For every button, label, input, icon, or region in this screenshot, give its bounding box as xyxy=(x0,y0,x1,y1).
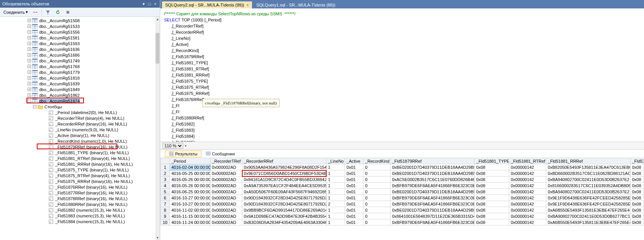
grid-cell[interactable]: 0xBFB979DE6F8AEA5F41866FB6E323C0E6 xyxy=(390,219,475,225)
grid-cell[interactable]: 0x01 xyxy=(345,189,363,195)
expand-icon[interactable]: + xyxy=(28,59,31,62)
table-row[interactable]: 44016-05-26 00:00:000x000002AD0xA9A73539… xyxy=(161,183,644,189)
tree-column-node[interactable]: _Active (binary(1), Не NULL) xyxy=(0,132,155,138)
grid-cell[interactable]: 0x00000142 xyxy=(509,176,546,183)
grid-cell[interactable]: 0x01 xyxy=(345,207,363,213)
grid-cell[interactable]: 0 xyxy=(363,183,390,189)
grid-cell[interactable]: 0xAC5E0002B3517C6C11E0760DD826B467 xyxy=(390,176,475,183)
tree-column-node[interactable]: _Fld51875_RRRef (binary(16), Не NULL) xyxy=(0,178,155,184)
grid-cell[interactable]: 0x000002AD xyxy=(210,176,242,183)
results-grid[interactable]: _Period_RecorderTRef_RecorderRRef_LineNo… xyxy=(160,158,644,225)
grid-cell[interactable]: 3 xyxy=(161,176,170,183)
grid-cell[interactable]: 1 xyxy=(326,195,345,201)
grid-cell[interactable]: 1 xyxy=(326,170,345,176)
scroll-down-icon[interactable]: ▼ xyxy=(155,235,160,240)
grid-cell[interactable]: 4016-10-27 00:00:00 xyxy=(170,195,210,201)
grid-cell[interactable]: 0x9A1D098EC47ADD9B47E30F42B4B3554D4 xyxy=(242,213,327,219)
expand-icon[interactable]: + xyxy=(28,65,31,68)
grid-cell[interactable]: 0x08 xyxy=(475,213,509,219)
grid-cell[interactable]: 0xBA90802700C02411E0D53D0B6277BC1 xyxy=(546,213,631,219)
grid-cell[interactable]: 0xBFB979DE6F8AEA5F41866FB6E323C0E6 xyxy=(390,183,475,189)
tree-column-node[interactable]: _Fld51882 (numeric(15,3), Не NULL) xyxy=(0,207,155,213)
tree-column-node[interactable]: _Fld51877RRef (binary(16), Не NULL) xyxy=(0,190,155,196)
tree-table-node[interactable]: +dbo._AccumRg51849 xyxy=(0,87,155,92)
tree-column-node[interactable]: _Fld51884 (numeric(15,3), Не NULL) xyxy=(0,219,155,224)
tree-column-node[interactable]: _Fld51878RRef (binary(16), Не NULL) xyxy=(0,196,155,201)
grid-cell[interactable]: 4016-11-02 00:00:00 xyxy=(170,207,210,213)
grid-cell[interactable]: 0xBA940802700C02411E0D53D0B2637E2 xyxy=(546,189,631,195)
table-row[interactable]: 74016-10-27 00:00:000x000002AD0x90D18439… xyxy=(161,201,644,207)
grid-cell[interactable]: 0x00000142 xyxy=(509,164,546,170)
grid-cell[interactable]: 0x08 xyxy=(630,195,644,201)
table-row[interactable]: 14016-02-04 00:00:000x000002AD0x9053AA84… xyxy=(161,164,644,170)
grid-cell[interactable]: 0x08 xyxy=(630,176,644,183)
collapse-icon[interactable]: − xyxy=(33,105,36,108)
grid-cell[interactable]: 0 xyxy=(363,195,390,201)
grid-cell[interactable]: 0x9BB9BCF6DAD99154417DD86E269A0145 xyxy=(242,207,327,213)
grid-cell[interactable]: 4016-11-24 00:00:00 xyxy=(170,219,210,225)
grid-cell[interactable]: 0xA50D5067F60E09AF43F5687F94692D85 xyxy=(242,189,327,195)
grid-cell[interactable]: 0xBFB979DE6F8AEA5F41866FB6E323C0E6 xyxy=(390,201,475,207)
grid-cell[interactable]: 0x000002AD xyxy=(210,219,242,225)
grid-cell[interactable]: 0xBE02001D7D40379D11DEB18AA4D29B55 xyxy=(390,207,475,213)
grid-cell[interactable]: 0 xyxy=(363,189,390,195)
grid-header[interactable]: _Period xyxy=(170,158,210,164)
grid-cell[interactable]: 0x00000142 xyxy=(509,189,546,195)
grid-header[interactable]: _Fld51881_RTRef xyxy=(509,158,546,164)
expand-icon[interactable]: + xyxy=(28,36,31,39)
grid-cell[interactable]: 0x9053AA8436A579824E296F8A08D2F154 xyxy=(242,164,327,170)
grid-cell[interactable]: 1 xyxy=(326,219,345,225)
tree-column-node[interactable]: _Fld51879RRef (binary(16), Не NULL) xyxy=(0,144,155,150)
grid-cell[interactable]: 0x000002AD xyxy=(210,195,242,201)
expand-icon[interactable]: + xyxy=(28,82,31,85)
tree-table-node[interactable]: +dbo._AccumRg51593 xyxy=(0,41,155,46)
grid-cell[interactable]: 0x08 xyxy=(630,164,644,170)
grid-cell[interactable]: 0xBFB979DE6F8AEA5F41866FB6E323C0E6 xyxy=(390,195,475,201)
grid-cell[interactable]: 5 xyxy=(161,189,170,195)
tree-table-node[interactable]: +dbo._AccumRg51768 xyxy=(0,64,155,69)
grid-cell[interactable]: 0x00000142 xyxy=(509,183,546,189)
tree-table-node[interactable]: +dbo._AccumRg51533 xyxy=(0,23,155,29)
refresh-icon[interactable] xyxy=(54,9,62,15)
tab-sqlquery1[interactable]: SQLQuery1.sql - SR...MULA-T\denis (86)) xyxy=(253,1,339,8)
tree-column-node[interactable]: _Period (datetime2(0), Не NULL) xyxy=(0,109,155,115)
grid-cell[interactable]: 0 xyxy=(363,164,390,170)
grid-cell[interactable]: 4016-11-15 00:00:00 xyxy=(170,213,210,219)
grid-cell[interactable]: 0x08 xyxy=(475,219,509,225)
grid-cell[interactable]: 0 xyxy=(363,213,390,219)
grid-cell[interactable]: 0x00000142 xyxy=(509,201,546,207)
grid-cell[interactable]: 0x08 xyxy=(630,213,644,219)
tree-scrollbar[interactable]: ▲ ▼ xyxy=(155,17,160,240)
grid-header[interactable]: _RecorderRRef xyxy=(242,158,327,164)
grid-header[interactable]: _Active xyxy=(345,158,363,164)
table-row[interactable]: 24016-05-25 00:00:000x000002AD0x9E071CD8… xyxy=(161,170,644,176)
tree-column-node[interactable]: _Fld51883 (numeric(15,3), Не NULL) xyxy=(0,213,155,219)
grid-cell[interactable]: 0xBD660002B3517C6C11E062BD88121AC6 xyxy=(546,170,631,176)
tree-table-node[interactable]: +dbo._AccumRg51636 xyxy=(0,46,155,52)
expand-icon[interactable]: + xyxy=(28,30,31,34)
grid-header[interactable]: _Fld51879RRef xyxy=(390,158,475,164)
grid-header[interactable]: _Fld51881_TYPE xyxy=(475,158,509,164)
grid-cell[interactable]: 0x01 xyxy=(345,170,363,176)
grid-cell[interactable]: 0x08 xyxy=(630,189,644,195)
tree-table-node[interactable]: +dbo._AccumRg51556 xyxy=(0,29,155,35)
tab-close-icon[interactable]: × xyxy=(246,3,249,7)
grid-cell[interactable]: 0x08 xyxy=(630,170,644,176)
grid-cell[interactable]: 4016-05-26 00:00:00 xyxy=(170,183,210,189)
grid-cell[interactable]: 0x8166000283517C6C11E039352A4DB806 xyxy=(546,183,631,189)
table-row[interactable]: 54016-06-25 00:00:000x000002AD0xA50D5067… xyxy=(161,189,644,195)
tree-column-node[interactable]: _Fld51881_RTRef (binary(4), Не NULL) xyxy=(0,155,155,161)
grid-cell[interactable]: 0x08 xyxy=(475,207,509,213)
grid-cell[interactable]: 1 xyxy=(326,164,345,170)
grid-cell[interactable]: 1 xyxy=(326,189,345,195)
tree-columns-folder[interactable]: −Столбцы xyxy=(0,104,155,109)
grid-cell[interactable]: 2 xyxy=(161,170,170,176)
grid-cell[interactable]: 0x9E071CD856D0ABD1450CD9BDF53D4BFA xyxy=(242,170,327,176)
grid-cell[interactable]: 0xBA940802700C02411E0D53D0B2637E2 xyxy=(546,176,631,183)
grid-cell[interactable]: 0x08 xyxy=(475,170,509,176)
expand-icon[interactable]: + xyxy=(28,42,31,45)
grid-cell[interactable]: 0x00000142 xyxy=(509,213,546,219)
grid-cell[interactable]: 1 xyxy=(161,164,170,170)
tree-table-node[interactable]: +dbo._AccumRg51779 xyxy=(0,69,155,75)
tab-results[interactable]: Результаты xyxy=(165,150,202,157)
